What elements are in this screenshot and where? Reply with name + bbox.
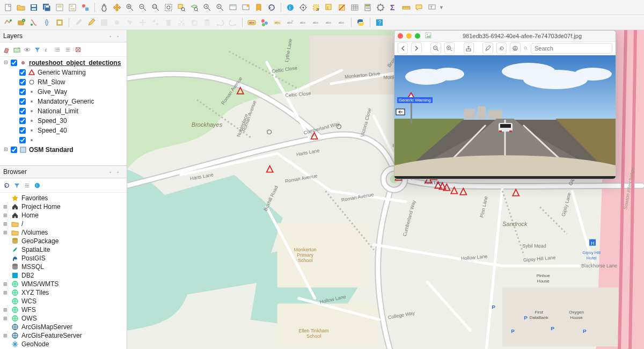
browser-tree[interactable]: Favorites⊞Project Home⊞Home⊞/⊞/VolumesGe… xyxy=(0,193,127,349)
style-manager-button[interactable] xyxy=(79,2,91,13)
new-project-button[interactable] xyxy=(2,2,14,13)
layer-visibility-checkbox[interactable] xyxy=(19,108,26,114)
browser-item[interactable]: DB2 xyxy=(1,271,126,280)
new-map-view-button[interactable] xyxy=(227,2,239,13)
expander-icon[interactable]: ⊞ xyxy=(3,221,9,227)
layer-visibility-checkbox[interactable] xyxy=(11,60,17,66)
expander-icon[interactable]: ⊞ xyxy=(3,230,9,235)
remove-layer-button[interactable] xyxy=(74,45,82,54)
layer-visibility-checkbox[interactable] xyxy=(19,89,26,95)
zoom-in-button[interactable] xyxy=(124,2,136,13)
print-layout-button[interactable] xyxy=(54,2,65,13)
rotate-button[interactable] xyxy=(496,42,507,54)
filter-browser-button[interactable] xyxy=(12,181,21,190)
browser-item[interactable]: MSSQL xyxy=(1,263,126,271)
preview-search-input[interactable] xyxy=(531,43,612,54)
image-preview-window[interactable]: 981edb35-6942-40e4-afee-7e74703de07f.jpg… xyxy=(394,30,616,179)
deselect-button[interactable] xyxy=(336,2,348,13)
minimize-window-button[interactable] xyxy=(406,33,412,39)
expander-icon[interactable]: ⊞ xyxy=(3,316,9,321)
layer-visibility-checkbox[interactable] xyxy=(11,147,17,153)
refresh-browser-button[interactable] xyxy=(2,181,11,190)
add-group-button[interactable]: + xyxy=(12,45,21,54)
layer-item[interactable] xyxy=(19,136,126,144)
refresh-button[interactable] xyxy=(266,2,277,13)
browser-item[interactable]: ⊞/Volumes xyxy=(1,228,126,237)
properties-button[interactable]: i xyxy=(33,181,41,190)
select-button[interactable] xyxy=(310,2,322,13)
expander-icon[interactable]: ⊞ xyxy=(3,307,9,312)
layer-visibility-checkbox[interactable] xyxy=(19,127,26,134)
expr-filter-button[interactable]: ε xyxy=(43,45,52,54)
expander-icon[interactable]: ⊞ xyxy=(3,213,9,218)
zoom-next-button[interactable] xyxy=(214,2,226,13)
collapse-all-button[interactable] xyxy=(63,45,72,54)
open-button[interactable] xyxy=(15,2,27,13)
browser-item[interactable]: ⊞WMS/WMTS xyxy=(1,280,126,288)
new-spatialite-button[interactable] xyxy=(41,17,53,28)
python-console-button[interactable] xyxy=(355,17,367,28)
browser-item[interactable]: ⊞XYZ Tiles xyxy=(1,288,126,297)
new-virtual-button[interactable] xyxy=(54,17,65,28)
window-titlebar[interactable]: 981edb35-6942-40e4-afee-7e74703de07f.jpg xyxy=(394,31,616,42)
browser-item[interactable]: ⊞Home xyxy=(1,211,126,220)
save-multi-button[interactable] xyxy=(41,2,53,13)
browser-item[interactable]: ⊞OWS xyxy=(1,314,126,323)
layers-panel-header[interactable]: Layers ◦◦ xyxy=(0,30,127,42)
layer-item[interactable]: Speed_40 xyxy=(19,126,126,135)
select-expr-button[interactable]: ε xyxy=(323,2,335,13)
dock-icon[interactable]: ◦ xyxy=(109,169,116,176)
browser-item[interactable]: Favorites xyxy=(1,194,126,202)
layout-manager-button[interactable] xyxy=(67,2,78,13)
field-calc-button[interactable] xyxy=(362,2,374,13)
measure-button[interactable] xyxy=(400,2,412,13)
layer-visibility-checkbox[interactable] xyxy=(19,79,26,85)
toggle-edit-button[interactable] xyxy=(85,17,97,28)
layer-visibility-checkbox[interactable] xyxy=(19,118,26,124)
new-shapefile-button[interactable] xyxy=(28,17,40,28)
zoom-last-button[interactable] xyxy=(201,2,213,13)
attribute-table-button[interactable] xyxy=(349,2,361,13)
browser-item[interactable]: GeoPackage xyxy=(1,237,126,245)
layer-item[interactable]: Give_Way xyxy=(19,88,126,96)
pan-selection-button[interactable] xyxy=(111,2,123,13)
processing-button[interactable] xyxy=(375,2,386,13)
map-tips-button[interactable] xyxy=(413,2,425,13)
layer-item[interactable]: Mandatory_Generic xyxy=(19,97,126,106)
expander-icon[interactable]: ⊞ xyxy=(3,333,9,338)
browser-item[interactable]: SpatiaLite xyxy=(1,245,126,254)
label-abc-button[interactable]: abc xyxy=(246,17,258,28)
add-vector-button[interactable] xyxy=(2,17,14,28)
browser-item[interactable]: PostGIS xyxy=(1,254,126,263)
layer-item[interactable]: Generic Warning xyxy=(19,68,126,77)
zoom-in-preview-button[interactable] xyxy=(444,42,455,54)
expander-icon[interactable]: ⊞ xyxy=(3,204,9,209)
visibility-button[interactable] xyxy=(23,45,31,54)
browser-panel-header[interactable]: Browser ◦◦ xyxy=(0,166,127,178)
save-button[interactable] xyxy=(28,2,40,13)
pan-button[interactable] xyxy=(98,2,110,13)
identify-button[interactable]: i xyxy=(284,2,296,13)
browser-item[interactable]: ⊞/ xyxy=(1,220,126,228)
browser-item[interactable]: ArcGisMapServer xyxy=(1,323,126,331)
layer-item[interactable]: ⊟routeshoot_object_detections xyxy=(3,59,126,67)
label-layer-button[interactable] xyxy=(259,17,270,28)
layer-item[interactable]: ⊟OSM Standard xyxy=(3,146,126,154)
bookmarks-button[interactable] xyxy=(253,2,265,13)
map-canvas[interactable]: Grasslands Drive BrockhayesRoman AvenueN… xyxy=(127,30,644,349)
expander-icon[interactable]: ⊞ xyxy=(3,290,9,295)
browser-item[interactable]: ⊞Project Home xyxy=(1,202,126,211)
layer-item[interactable]: National_Limit xyxy=(19,107,126,115)
next-image-button[interactable] xyxy=(411,42,421,54)
zoom-layer-button[interactable] xyxy=(188,2,200,13)
close-icon[interactable]: ◦ xyxy=(117,169,123,176)
share-button[interactable] xyxy=(464,42,474,54)
expander-icon[interactable]: ⊞ xyxy=(3,281,9,287)
expander-icon[interactable]: ⊟ xyxy=(3,147,9,152)
help-button[interactable]: ? xyxy=(374,17,385,28)
collapse-browser-button[interactable] xyxy=(23,181,31,190)
close-icon[interactable]: ◦ xyxy=(117,33,123,40)
maximize-window-button[interactable] xyxy=(415,33,420,39)
expand-all-button[interactable] xyxy=(53,45,62,54)
layer-visibility-checkbox[interactable] xyxy=(19,69,26,76)
